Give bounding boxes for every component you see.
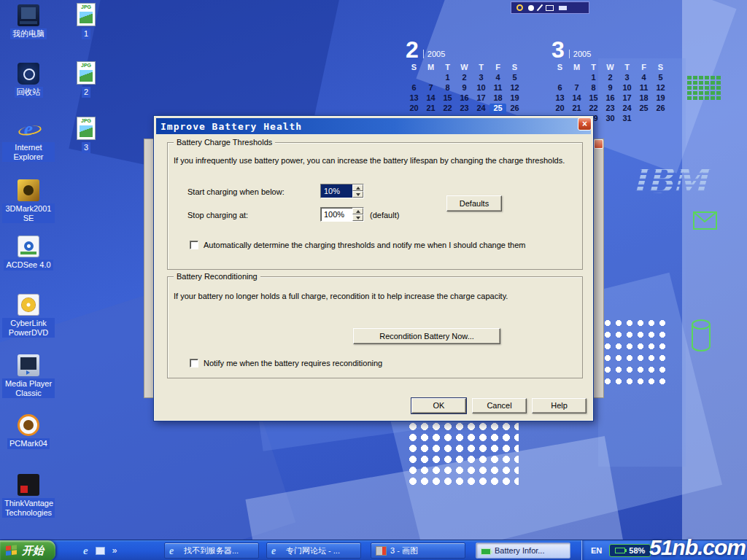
desktop-icon-3dmark[interactable]: 3DMark2001 SE (1, 179, 55, 223)
start-button[interactable]: 开始 (0, 540, 55, 560)
calendar-day-header: W (602, 63, 619, 71)
keyboard-icon[interactable] (559, 6, 567, 10)
jpg-thumbnail (80, 125, 93, 137)
calendar-day (652, 114, 669, 124)
calendar-day: 19 (652, 93, 669, 104)
spinner-buttons (352, 184, 363, 198)
desktop-icon-acdsee[interactable]: ACDSee 4.0 (1, 236, 55, 271)
desktop-icon-internet-explorer[interactable]: e Internet Explorer (1, 118, 55, 162)
battery-indicator[interactable]: 58% (609, 544, 651, 557)
desktop-icon-column: 我的电脑 回收站 e Internet Explorer 3DMark2001 … (1, 0, 55, 560)
display-icon[interactable] (546, 5, 554, 11)
icon-label: 1 (82, 28, 90, 39)
icon-label: 回收站 (15, 87, 43, 98)
chevron-icon[interactable]: » (112, 545, 117, 556)
dialog-body: Battery Charge Thresholds If you infrequ… (156, 134, 591, 419)
my-computer-icon (18, 4, 39, 26)
calendar-title: 3 2005 (551, 36, 676, 60)
calendar-day: 3 (473, 73, 489, 83)
defaults-button[interactable]: Defaults (446, 195, 502, 211)
pen-icon[interactable] (537, 4, 543, 12)
language-indicator[interactable]: EN (591, 546, 602, 555)
calendar-day: 25 (635, 104, 652, 114)
calendar-day: 5 (652, 73, 669, 83)
auto-determine-checkbox[interactable] (190, 241, 198, 249)
notify-reconditioning-label: Notify me when the battery requires reco… (204, 359, 382, 368)
triangle-up-icon (356, 208, 360, 213)
notify-reconditioning-checkbox[interactable] (190, 359, 198, 368)
windows-flag-icon (6, 545, 18, 557)
calendar-day-highlighted: 25 (489, 104, 506, 114)
task-label: 专门网论坛 - ... (286, 545, 340, 556)
calendar-week-row: 13141516171819 (406, 93, 530, 104)
calendar-day-header: S (652, 63, 669, 71)
desktop-icon-recycle-bin[interactable]: 回收站 (1, 63, 55, 98)
taskbar: 开始 e » e 找不到服务器... e 专门网论坛 - ... 3 - 画图 … (0, 540, 747, 560)
recycle-bin-icon (18, 63, 39, 85)
calendar-day: 4 (489, 73, 506, 83)
desktop-icon-jpg-1[interactable]: JPG 1 (67, 3, 105, 39)
spin-down-button[interactable] (352, 191, 363, 198)
calendar-week-row: 20212223242526 (406, 104, 530, 114)
taskbar-task-forum[interactable]: e 专门网论坛 - ... (266, 542, 361, 559)
taskbar-task-paint[interactable]: 3 - 画图 (371, 542, 465, 559)
cancel-button[interactable]: Cancel (472, 398, 527, 413)
calendar-day: 1 (585, 73, 602, 83)
calendar-day: 31 (619, 114, 635, 124)
help-button[interactable]: Help (532, 398, 587, 413)
phone-icon[interactable] (516, 4, 523, 11)
green-grid-icon (687, 76, 722, 105)
spin-up-button[interactable] (352, 208, 363, 214)
quick-launch: e » (83, 542, 117, 559)
stop-charging-value[interactable]: 100% (321, 208, 352, 221)
calendar-day-header: T (585, 63, 602, 71)
desktop-icon-pcmark[interactable]: PCMark04 (1, 414, 55, 449)
calendar-day-header: T (473, 63, 489, 71)
ok-button[interactable]: OK (411, 398, 466, 413)
desktop-icon-powerdvd[interactable]: CyberLink PowerDVD (1, 294, 55, 338)
paint-icon (376, 546, 387, 556)
triangle-up-icon (356, 184, 360, 190)
spin-down-button[interactable] (352, 214, 363, 221)
volume-icon[interactable] (528, 5, 534, 11)
icon-label: Media Player Classic (2, 378, 55, 398)
jpg-file-icon: JPG (77, 3, 96, 26)
ie-quick-launch-icon[interactable]: e (83, 545, 88, 557)
stop-charging-label: Stop charging at: (187, 211, 248, 219)
taskbar-task-battery-information[interactable]: Battery Infor... (476, 542, 570, 559)
icon-label: 3 (82, 142, 90, 153)
icon-label: 我的电脑 (10, 28, 47, 39)
desktop-icon-thinkvantage[interactable]: ThinkVantage Technologies (1, 474, 55, 518)
desktop-icon-jpg-2[interactable]: JPG 2 (67, 61, 105, 98)
calendar-day-header: S (406, 63, 422, 71)
icon-label: 3DMark2001 SE (2, 203, 55, 223)
stop-charging-spinner[interactable]: 100% (320, 207, 364, 222)
calendar-day: 21 (568, 104, 585, 114)
show-desktop-icon[interactable] (96, 547, 105, 555)
calendar-title: 2 2005 (406, 36, 530, 60)
battery-reconditioning-group: Battery Reconditioning If your battery n… (167, 276, 583, 378)
calendar-day: 16 (602, 93, 619, 104)
notify-reconditioning-row: Notify me when the battery requires reco… (190, 359, 382, 368)
calendar-day-header: M (422, 63, 439, 71)
taskbar-task-server-not-found[interactable]: e 找不到服务器... (164, 542, 259, 559)
watermark: 51nb.com (649, 535, 746, 560)
desktop-icon-media-player-classic[interactable]: Media Player Classic (1, 354, 55, 398)
desktop: IBM 我的电脑 回收站 e Internet Explorer (0, 0, 747, 560)
start-charging-value[interactable]: 10% (321, 184, 352, 198)
thresholds-description: If you infrequently use battery power, y… (174, 156, 565, 165)
spin-up-button[interactable] (352, 184, 363, 191)
recondition-battery-button[interactable]: Recondition Battery Now... (353, 328, 500, 344)
close-icon[interactable]: × (578, 117, 592, 131)
calendar-day: 18 (489, 93, 506, 104)
calendar-day: 13 (551, 93, 568, 104)
calendar-day: 11 (635, 83, 652, 93)
calendar-february-2005: 2 2005 SMTWTFS 1234567891011121314151617… (406, 36, 530, 114)
start-charging-spinner[interactable]: 10% (320, 184, 364, 198)
triangle-down-icon (356, 217, 360, 222)
dialog-titlebar[interactable]: Improve Battery Health (156, 118, 591, 134)
desktop-icon-my-computer[interactable]: 我的电脑 (1, 4, 55, 39)
calendar-month: 2 (406, 40, 419, 60)
3dmark-icon (18, 179, 39, 201)
desktop-icon-jpg-3[interactable]: JPG 3 (67, 117, 105, 153)
